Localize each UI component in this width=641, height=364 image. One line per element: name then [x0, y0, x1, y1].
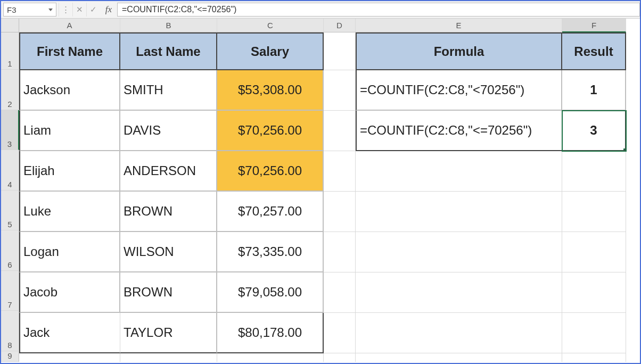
cell[interactable]: [356, 313, 562, 353]
col-header-f[interactable]: F: [562, 19, 626, 32]
row-header-6[interactable]: 6: [1, 230, 19, 271]
cell-salary[interactable]: $73,335.00: [217, 232, 324, 272]
cell[interactable]: [324, 313, 356, 353]
cancel-icon[interactable]: ✕: [72, 3, 86, 16]
table-row: Elijah ANDERSON $70,256.00: [19, 151, 640, 192]
cell-first[interactable]: Luke: [19, 192, 120, 232]
cell-first[interactable]: Elijah: [19, 151, 120, 192]
cell[interactable]: [324, 272, 356, 313]
cell-last[interactable]: DAVIS: [120, 111, 217, 151]
cell-first[interactable]: Jack: [19, 313, 120, 353]
cell[interactable]: [324, 70, 356, 111]
cell-last[interactable]: BROWN: [120, 272, 217, 313]
formula-text: =COUNTIF(C2:C8,"<=70256"): [122, 5, 236, 14]
fx-icon[interactable]: fx: [100, 4, 117, 15]
col-header-a[interactable]: A: [19, 19, 120, 32]
table-row: Jack TAYLOR $80,178.00: [19, 313, 640, 353]
cell-reference: F3: [7, 5, 17, 14]
cell[interactable]: [562, 151, 626, 192]
select-all-corner[interactable]: [1, 19, 19, 32]
active-cell[interactable]: 3: [562, 111, 626, 151]
cell-first[interactable]: Liam: [19, 111, 120, 151]
row-header-3[interactable]: 3: [1, 110, 19, 151]
cell-salary[interactable]: $80,178.00: [217, 313, 324, 353]
cell[interactable]: [562, 353, 626, 362]
formula-bar: F3 ⋮ ✕ ✓ fx =COUNTIF(C2:C8,"<=70256"): [1, 1, 640, 19]
table-row: [19, 353, 640, 362]
cell-first[interactable]: Jacob: [19, 272, 120, 313]
table-row: Jackson SMITH $53,308.00 =COUNTIF(C2:C8,…: [19, 70, 640, 111]
cell-formula[interactable]: =COUNTIF(C2:C8,"<70256"): [356, 70, 562, 111]
name-box[interactable]: F3: [3, 3, 56, 16]
row-header-7[interactable]: 7: [1, 271, 19, 311]
cell-last[interactable]: TAYLOR: [120, 313, 217, 353]
cell[interactable]: [324, 353, 356, 362]
header-first-name[interactable]: First Name: [19, 32, 120, 70]
header-salary[interactable]: Salary: [217, 32, 324, 70]
row-header-1[interactable]: 1: [1, 32, 19, 70]
cell[interactable]: [324, 192, 356, 232]
chevron-down-icon: [48, 9, 53, 11]
column-headers: A B C D E F: [19, 19, 640, 32]
cell-last[interactable]: ANDERSON: [120, 151, 217, 192]
row-header-4[interactable]: 4: [1, 150, 19, 191]
cell-salary[interactable]: $70,257.00: [217, 192, 324, 232]
spreadsheet-grid: 1 2 3 4 5 6 7 8 9 A B C D E F First Name…: [1, 19, 640, 362]
cell-first[interactable]: Jackson: [19, 70, 120, 111]
cell[interactable]: [356, 272, 562, 313]
cell-salary[interactable]: $53,308.00: [217, 70, 324, 111]
header-formula[interactable]: Formula: [356, 32, 562, 70]
cell[interactable]: [562, 232, 626, 272]
cell[interactable]: [324, 151, 356, 192]
cell[interactable]: [562, 313, 626, 353]
row-header-8[interactable]: 8: [1, 311, 19, 351]
cell[interactable]: [356, 232, 562, 272]
cell-first[interactable]: Logan: [19, 232, 120, 272]
cell[interactable]: [324, 232, 356, 272]
table-row: First Name Last Name Salary Formula Resu…: [19, 32, 640, 70]
cell[interactable]: [562, 272, 626, 313]
row-header-5[interactable]: 5: [1, 191, 19, 231]
formula-input[interactable]: =COUNTIF(C2:C8,"<=70256"): [117, 3, 640, 16]
row-headers: 1 2 3 4 5 6 7 8 9: [1, 19, 19, 362]
cell[interactable]: [324, 32, 356, 70]
cell[interactable]: [324, 111, 356, 151]
row-header-9[interactable]: 9: [1, 351, 19, 362]
table-row: Logan WILSON $73,335.00: [19, 232, 640, 272]
cell-salary[interactable]: $70,256.00: [217, 111, 324, 151]
table-row: Luke BROWN $70,257.00: [19, 192, 640, 232]
row-header-2[interactable]: 2: [1, 70, 19, 110]
confirm-icon[interactable]: ✓: [86, 3, 100, 16]
header-last-name[interactable]: Last Name: [120, 32, 217, 70]
cell-salary[interactable]: $70,256.00: [217, 151, 324, 192]
cell[interactable]: [19, 353, 120, 362]
table-row: Jacob BROWN $79,058.00: [19, 272, 640, 313]
header-result[interactable]: Result: [562, 32, 626, 70]
cell[interactable]: [356, 151, 562, 192]
col-header-c[interactable]: C: [217, 19, 324, 32]
cell-last[interactable]: BROWN: [120, 192, 217, 232]
col-header-b[interactable]: B: [120, 19, 217, 32]
cell[interactable]: [356, 353, 562, 362]
cell[interactable]: [217, 353, 324, 362]
cell[interactable]: [120, 353, 217, 362]
cell-formula[interactable]: =COUNTIF(C2:C8,"<=70256"): [356, 111, 562, 151]
cell-last[interactable]: SMITH: [120, 70, 217, 111]
table-row: Liam DAVIS $70,256.00 =COUNTIF(C2:C8,"<=…: [19, 111, 640, 151]
cell-result[interactable]: 1: [562, 70, 626, 111]
cell-last[interactable]: WILSON: [120, 232, 217, 272]
cell[interactable]: [562, 192, 626, 232]
cell-salary[interactable]: $79,058.00: [217, 272, 324, 313]
col-header-e[interactable]: E: [356, 19, 562, 32]
cell[interactable]: [356, 192, 562, 232]
col-header-d[interactable]: D: [324, 19, 356, 32]
dots-icon[interactable]: ⋮: [59, 3, 72, 16]
